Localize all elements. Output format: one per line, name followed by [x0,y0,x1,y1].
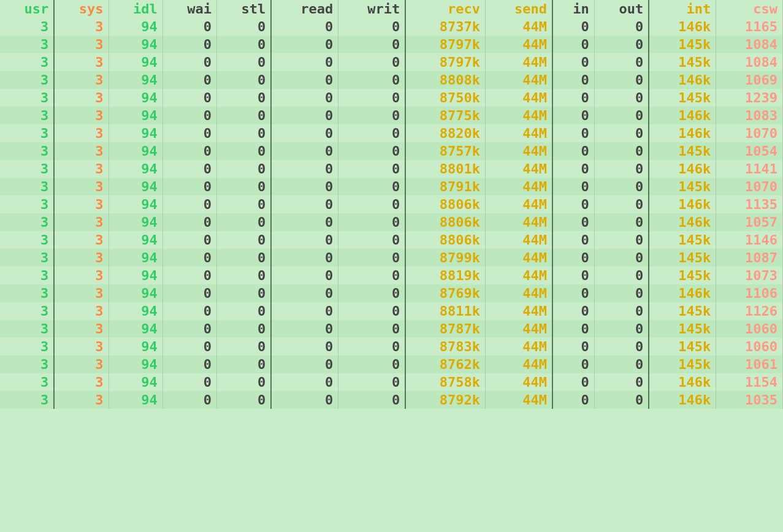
cell-read: 0 [271,391,338,409]
cell-int: 146k [649,196,716,213]
cell-out: 0 [594,373,649,391]
cell-usr: 3 [0,178,54,196]
cell-idl: 94 [109,160,162,178]
cell-writ: 0 [338,53,406,71]
cell-wai: 0 [162,124,216,142]
cell-recv: 8806k [405,231,485,249]
cell-usr: 3 [0,160,54,178]
cell-csw: 1057 [716,213,783,231]
cell-stl: 0 [216,160,271,178]
cell-int: 146k [649,107,716,124]
cell-usr: 3 [0,124,54,142]
cell-out: 0 [594,231,649,249]
cell-sys: 3 [54,302,109,320]
cell-sys: 3 [54,196,109,213]
cell-out: 0 [594,213,649,231]
cell-stl: 0 [216,196,271,213]
table-row: 339400008783k44M00145k1060 [0,338,783,355]
cell-writ: 0 [338,124,406,142]
cell-read: 0 [271,249,338,267]
cell-idl: 94 [109,107,162,124]
cell-wai: 0 [162,338,216,355]
cell-recv: 8783k [405,338,485,355]
cell-sys: 3 [54,267,109,284]
cell-in: 0 [552,267,594,284]
cell-out: 0 [594,249,649,267]
cell-usr: 3 [0,53,54,71]
cell-stl: 0 [216,71,271,89]
cell-int: 145k [649,267,716,284]
cell-usr: 3 [0,18,54,36]
cell-stl: 0 [216,267,271,284]
cell-send: 44M [485,142,552,160]
cell-send: 44M [485,89,552,107]
cell-wai: 0 [162,178,216,196]
cell-send: 44M [485,213,552,231]
cell-usr: 3 [0,142,54,160]
cell-idl: 94 [109,249,162,267]
cell-sys: 3 [54,338,109,355]
col-header-writ: writ [338,0,406,18]
cell-wai: 0 [162,196,216,213]
cell-stl: 0 [216,53,271,71]
cell-csw: 1165 [716,18,783,36]
table-row: 339400008806k44M00146k1057 [0,213,783,231]
cell-writ: 0 [338,178,406,196]
cell-in: 0 [552,53,594,71]
cell-read: 0 [271,373,338,391]
cell-idl: 94 [109,302,162,320]
cell-wai: 0 [162,284,216,302]
cell-recv: 8806k [405,196,485,213]
cell-sys: 3 [54,107,109,124]
cell-idl: 94 [109,196,162,213]
cell-writ: 0 [338,213,406,231]
table-row: 339400008799k44M00145k1087 [0,249,783,267]
cell-send: 44M [485,302,552,320]
cell-writ: 0 [338,249,406,267]
cell-writ: 0 [338,320,406,338]
cell-recv: 8820k [405,124,485,142]
cell-read: 0 [271,320,338,338]
cell-send: 44M [485,284,552,302]
cell-int: 146k [649,373,716,391]
cell-out: 0 [594,89,649,107]
cell-send: 44M [485,53,552,71]
cell-out: 0 [594,355,649,373]
cell-usr: 3 [0,302,54,320]
cell-out: 0 [594,302,649,320]
cell-in: 0 [552,373,594,391]
cell-csw: 1146 [716,231,783,249]
cell-int: 145k [649,249,716,267]
cell-sys: 3 [54,213,109,231]
cell-csw: 1054 [716,142,783,160]
cell-stl: 0 [216,89,271,107]
cell-read: 0 [271,355,338,373]
cell-send: 44M [485,36,552,53]
cell-wai: 0 [162,107,216,124]
stats-table: usr sys idl wai stl read writ recv send … [0,0,783,409]
header-row: usr sys idl wai stl read writ recv send … [0,0,783,18]
cell-out: 0 [594,320,649,338]
cell-wai: 0 [162,89,216,107]
cell-usr: 3 [0,320,54,338]
cell-recv: 8791k [405,178,485,196]
cell-stl: 0 [216,213,271,231]
cell-wai: 0 [162,373,216,391]
cell-writ: 0 [338,71,406,89]
cell-usr: 3 [0,213,54,231]
cell-usr: 3 [0,231,54,249]
table-row: 339400008806k44M00146k1135 [0,196,783,213]
cell-in: 0 [552,142,594,160]
cell-int: 146k [649,284,716,302]
cell-wai: 0 [162,231,216,249]
cell-read: 0 [271,18,338,36]
cell-int: 146k [649,213,716,231]
cell-stl: 0 [216,373,271,391]
cell-recv: 8808k [405,71,485,89]
cell-sys: 3 [54,36,109,53]
cell-in: 0 [552,178,594,196]
cell-read: 0 [271,124,338,142]
cell-wai: 0 [162,320,216,338]
col-header-in: in [552,0,594,18]
cell-read: 0 [271,213,338,231]
